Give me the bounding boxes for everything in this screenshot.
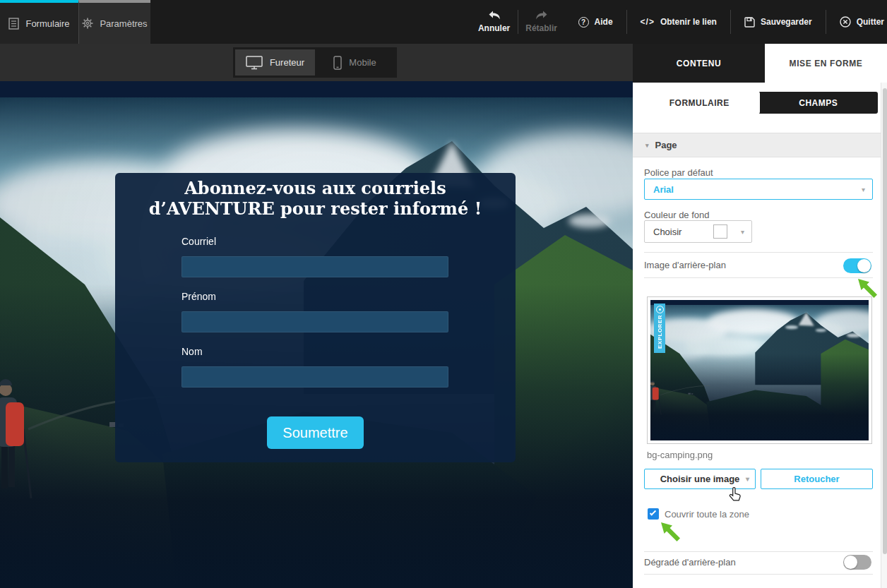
page-section-header[interactable]: ▾ Page — [633, 133, 881, 157]
help-icon: ? — [578, 17, 589, 28]
form-title: Abonnez-vous aux courriels d’AVENTURE po… — [115, 178, 516, 219]
mobile-phone-icon — [333, 56, 342, 70]
divider — [644, 252, 873, 253]
ribbon-badge-icon — [656, 306, 664, 313]
field-label-prenom: Prénom — [181, 291, 216, 302]
save-button[interactable]: Sauvegarder — [731, 17, 826, 28]
field-label-nom: Nom — [181, 346, 203, 357]
settings-panel: FORMULAIRE CHAMPS ▾ Page Police par défa… — [633, 83, 887, 588]
field-input-nom[interactable] — [181, 366, 448, 388]
bg-image-label: Image d'arrière-plan — [644, 260, 726, 270]
device-browser-label: Fureteur — [270, 57, 304, 68]
panel-scrollbar — [881, 83, 887, 588]
device-mobile-button[interactable]: Mobile — [315, 49, 395, 76]
field-input-courriel[interactable] — [181, 256, 448, 277]
form-document-icon — [8, 18, 19, 30]
color-swatch[interactable] — [713, 224, 727, 239]
quit-close-icon — [840, 16, 851, 28]
device-browser-button[interactable]: Fureteur — [235, 49, 315, 76]
retouch-button[interactable]: Retoucher — [761, 469, 873, 489]
help-button[interactable]: ? Aide — [565, 17, 626, 28]
get-link-label: Obtenir le lien — [660, 17, 717, 27]
annotation-arrow-checkbox — [660, 522, 681, 543]
divider — [644, 551, 873, 552]
cover-area-checkbox[interactable] — [648, 508, 659, 520]
toggle-knob — [844, 556, 857, 569]
save-floppy-icon — [744, 17, 755, 28]
undo-arrow-icon — [488, 11, 501, 20]
page-section-title: Page — [655, 140, 677, 150]
app: Formulaire Paramètres Annuler Rétablir ?… — [0, 0, 887, 588]
divider — [644, 574, 873, 575]
get-link-button[interactable]: </> Obtenir le lien — [627, 17, 730, 27]
bg-color-select-value: Choisir — [653, 227, 681, 237]
preview-canvas: Abonnez-vous aux courriels d’AVENTURE po… — [0, 81, 633, 588]
gear-icon — [82, 18, 93, 29]
tab-parametres-label: Paramètres — [100, 18, 147, 29]
field-label-courriel: Courriel — [181, 236, 216, 247]
quit-label: Quitter — [857, 17, 884, 27]
undo-button[interactable]: Annuler — [471, 11, 518, 33]
chevron-down-icon: ▾ — [862, 186, 865, 193]
toggle-knob — [857, 259, 871, 272]
font-label: Police par défaut — [644, 167, 713, 178]
redo-button[interactable]: Rétablir — [518, 11, 565, 33]
hand-cursor — [728, 486, 742, 502]
subheader-bar: Fureteur Mobile — [0, 44, 633, 81]
top-header: Formulaire Paramètres Annuler Rétablir ?… — [0, 0, 887, 44]
submit-button[interactable]: Soumettre — [267, 416, 364, 449]
bg-color-select[interactable]: Choisir ▾ — [644, 220, 752, 243]
toolbar: Annuler Rétablir ? Aide </> Obtenir le l… — [471, 0, 887, 44]
tab-parametres[interactable]: Paramètres — [78, 0, 150, 44]
chevron-down-icon: ▾ — [741, 228, 744, 236]
font-select-value: Arial — [653, 184, 674, 195]
bg-image-toggle[interactable] — [843, 258, 871, 273]
help-label: Aide — [595, 17, 613, 27]
bg-image-filename: bg-camping.png — [647, 450, 713, 460]
choose-image-label: Choisir une image — [660, 474, 740, 484]
form-preview-card[interactable]: Abonnez-vous aux courriels d’AVENTURE po… — [115, 173, 516, 462]
field-input-prenom[interactable] — [181, 311, 448, 332]
thumbnail-topbar — [650, 300, 869, 305]
thumbnail-photo — [650, 300, 869, 440]
device-toggle: Fureteur Mobile — [233, 47, 397, 78]
check-icon — [650, 509, 656, 515]
form-title-line1: Abonnez-vous aux courriels — [115, 178, 516, 198]
bg-gradient-label: Dégradé d'arrière-plan — [644, 557, 736, 568]
font-select[interactable]: Arial ▾ — [644, 179, 873, 200]
divider — [644, 277, 873, 278]
ribbon-label: EXPLORER — [657, 315, 663, 349]
cover-area-label: Couvrir toute la zone — [665, 509, 749, 520]
monitor-icon — [246, 56, 263, 70]
redo-arrow-icon — [535, 11, 548, 20]
bg-gradient-toggle[interactable] — [843, 555, 871, 570]
quit-button[interactable]: Quitter — [826, 16, 887, 28]
bg-image-thumbnail: EXPLORER — [647, 296, 872, 444]
bg-color-label: Couleur de fond — [644, 210, 710, 220]
bg-image-thumbnail-photo: EXPLORER — [650, 300, 869, 440]
panel-subtabs: FORMULAIRE CHAMPS — [640, 92, 878, 114]
panel-tab-mise-en-forme[interactable]: MISE EN FORME — [765, 44, 887, 83]
save-label: Sauvegarder — [761, 17, 812, 27]
scrollbar-thumb[interactable] — [883, 88, 887, 554]
panel-tab-contenu[interactable]: CONTENU — [633, 44, 765, 83]
tab-formulaire-label: Formulaire — [25, 18, 69, 29]
chevron-down-icon: ▾ — [746, 475, 749, 483]
undo-label: Annuler — [478, 23, 510, 33]
device-mobile-label: Mobile — [349, 57, 376, 68]
code-icon: </> — [641, 17, 655, 27]
subtab-champs[interactable]: CHAMPS — [759, 92, 879, 114]
tab-formulaire[interactable]: Formulaire — [0, 0, 78, 44]
subtab-formulaire[interactable]: FORMULAIRE — [640, 92, 759, 114]
retouch-label: Retoucher — [794, 474, 839, 484]
form-title-line2: d’AVENTURE pour rester informé ! — [115, 198, 516, 219]
explorer-ribbon: EXPLORER — [654, 304, 665, 353]
section-collapse-icon: ▾ — [645, 142, 649, 149]
redo-label: Rétablir — [525, 23, 557, 33]
